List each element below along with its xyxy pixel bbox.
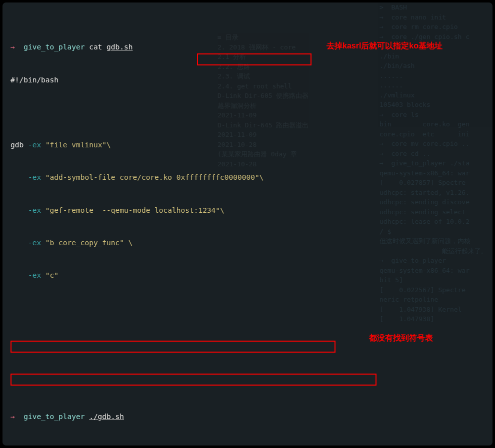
annotation-box-addr [197,53,312,65]
cmd-cat: cat [89,43,102,51]
flag-ex: -ex [28,206,41,214]
gdb-line-1: "add-symbol-file core/core.ko 0xffffffff… [46,173,264,181]
annotation-box-read2 [10,374,376,386]
shebang-line: #!/bin/bash [10,75,492,86]
prompt-path: give_to_player [24,413,84,421]
gdb-line-0: "file vmlinux"\ [46,141,111,149]
prompt-arrow: → [10,43,15,51]
prompt-arrow: → [10,413,15,421]
annotation-top: 去掉kasrl后就可以指定ko基地址 [326,40,442,52]
arg-gdbsh: gdb.sh [106,43,132,51]
flag-ex: -ex [28,271,41,279]
cmd-run: ./gdb.sh [89,413,124,421]
flag-ex: -ex [28,141,41,149]
out-line: GNU gdb (Ubuntu 8.1.1-0ubuntu1) 8.1.1 [10,444,492,446]
flag-ex: -ex [28,173,41,181]
annotation-mid: 都没有找到符号表 [369,332,433,344]
flag-ex: -ex [28,239,41,247]
terminal-window: > BASH→ core nano init→ core rm core.cpi… [2,2,493,446]
prompt-path: give_to_player [24,43,84,51]
gdb-line-2: "gef-remote --qemu-mode localhost:1234"\ [46,206,224,214]
annotation-box-read1 [10,341,336,353]
gdb-cmd: gdb [10,141,24,149]
gdb-line-4: "c" [46,271,58,279]
gdb-line-3: "b core_copy_func" \ [46,239,133,247]
